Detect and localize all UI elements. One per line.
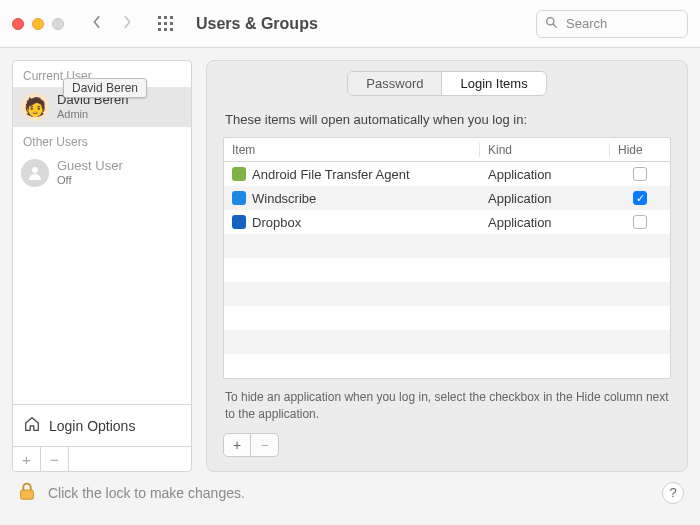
login-options-button[interactable]: Login Options (13, 404, 191, 446)
item-name: Android File Transfer Agent (252, 167, 410, 182)
tab-password[interactable]: Password (348, 72, 441, 95)
lock-icon[interactable] (16, 480, 38, 505)
search-icon (545, 16, 558, 32)
app-icon (232, 215, 246, 229)
table-row-empty (224, 258, 670, 282)
forward-button[interactable] (120, 15, 134, 32)
hide-checkbox[interactable] (633, 215, 647, 229)
login-items-panel: Password Login Items These items will op… (206, 60, 688, 472)
intro-text: These items will open automatically when… (225, 112, 669, 127)
table-row[interactable]: Android File Transfer AgentApplication (224, 162, 670, 186)
svg-rect-12 (21, 490, 34, 499)
table-row-empty (224, 354, 670, 378)
table-row[interactable]: DropboxApplication (224, 210, 670, 234)
house-icon (23, 415, 41, 436)
item-kind: Application (480, 191, 610, 206)
other-user-row[interactable]: Guest User Off (13, 153, 191, 193)
col-item[interactable]: Item (224, 143, 480, 157)
window-controls (12, 18, 64, 30)
svg-rect-4 (164, 22, 167, 25)
item-name: Dropbox (252, 215, 301, 230)
other-user-name: Guest User (57, 159, 123, 174)
svg-rect-8 (170, 28, 173, 31)
svg-rect-2 (170, 16, 173, 19)
lock-text: Click the lock to make changes. (48, 485, 245, 501)
table-row-empty (224, 282, 670, 306)
table-row-empty (224, 306, 670, 330)
minimize-window-button[interactable] (32, 18, 44, 30)
svg-rect-6 (158, 28, 161, 31)
table-row-empty (224, 234, 670, 258)
segmented-control: Password Login Items (347, 71, 546, 96)
avatar (21, 159, 49, 187)
svg-rect-0 (158, 16, 161, 19)
item-kind: Application (480, 215, 610, 230)
pane-title: Users & Groups (196, 15, 318, 33)
svg-rect-5 (170, 22, 173, 25)
hide-checkbox[interactable] (633, 191, 647, 205)
item-add-remove: + − (223, 433, 671, 457)
item-name: Windscribe (252, 191, 316, 206)
app-icon (232, 191, 246, 205)
add-user-button[interactable]: + (13, 447, 41, 471)
login-items-table: Item Kind Hide Android File Transfer Age… (223, 137, 671, 379)
user-tooltip: David Beren (63, 78, 147, 98)
add-item-button[interactable]: + (223, 433, 251, 457)
other-user-role: Off (57, 174, 123, 187)
toolbar: Users & Groups (0, 0, 700, 48)
back-button[interactable] (90, 15, 104, 32)
sidebar-add-remove: + − (13, 446, 191, 471)
table-row-empty (224, 330, 670, 354)
svg-rect-3 (158, 22, 161, 25)
remove-item-button[interactable]: − (251, 433, 279, 457)
app-icon (232, 167, 246, 181)
svg-point-11 (32, 167, 38, 173)
col-hide[interactable]: Hide (610, 143, 670, 157)
svg-rect-7 (164, 28, 167, 31)
current-user-role: Admin (57, 108, 129, 121)
avatar: 🧑 (21, 93, 49, 121)
current-user-row[interactable]: David Beren 🧑 David Beren Admin (13, 87, 191, 127)
help-button[interactable]: ? (662, 482, 684, 504)
item-kind: Application (480, 167, 610, 182)
footer: Click the lock to make changes. ? (0, 478, 700, 513)
other-users-label: Other Users (13, 127, 191, 153)
tab-login-items[interactable]: Login Items (441, 72, 545, 95)
col-kind[interactable]: Kind (480, 143, 610, 157)
search-field[interactable] (536, 10, 688, 38)
hide-checkbox[interactable] (633, 167, 647, 181)
hint-text: To hide an application when you log in, … (225, 389, 669, 423)
users-sidebar: Current User David Beren 🧑 David Beren A… (12, 60, 192, 472)
svg-rect-1 (164, 16, 167, 19)
login-options-label: Login Options (49, 418, 135, 434)
table-row[interactable]: WindscribeApplication (224, 186, 670, 210)
show-all-button[interactable] (158, 16, 174, 32)
remove-user-button[interactable]: − (41, 447, 69, 471)
zoom-window-button[interactable] (52, 18, 64, 30)
svg-line-10 (553, 24, 556, 27)
close-window-button[interactable] (12, 18, 24, 30)
search-input[interactable] (564, 15, 679, 32)
